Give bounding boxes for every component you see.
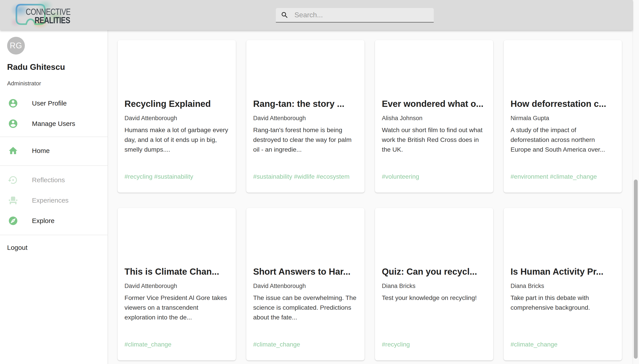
card-description: The issue can be overwhelming. The scien… [253, 293, 358, 322]
card-tags[interactable]: #volunteering [382, 173, 489, 180]
compass-icon [8, 216, 18, 226]
card-media-placeholder [253, 208, 358, 261]
logo-text-realities: REALITIES [35, 15, 70, 25]
card-title: Quiz: Can you recycl... [382, 266, 486, 277]
search-input[interactable] [294, 8, 434, 22]
card-description: Former Vice President Al Gore takes view… [124, 293, 229, 322]
card-author: David Attenborough [253, 114, 358, 122]
sidebar-item-manage-users[interactable]: Manage Users [0, 114, 108, 134]
content-card[interactable]: Quiz: Can you recycl... Diana Bricks Tes… [375, 208, 493, 360]
card-tags[interactable]: #climate_change [124, 341, 231, 348]
card-description: Rang-tan's forest home is being destroye… [253, 125, 358, 154]
app-window: CONNECTIVE REALITIES RG Radu Ghitescu Ad… [0, 0, 639, 364]
card-media-placeholder [124, 208, 229, 261]
user-role: Administrator [7, 80, 108, 87]
card-title: Is Human Activity Pr... [511, 266, 615, 277]
card-author: Nirmala Gupta [511, 114, 615, 122]
card-author: Diana Bricks [511, 282, 615, 290]
sidebar-item-explore[interactable]: Explore [0, 210, 108, 231]
vertical-scrollbar[interactable] [632, 0, 639, 364]
card-media-placeholder [382, 208, 486, 261]
sidebar-item-label: Home [32, 147, 50, 154]
sidebar-item-user-profile[interactable]: User Profile [0, 93, 108, 114]
sidebar-divider [0, 235, 108, 235]
card-tags[interactable]: #environment #climate_change [511, 173, 617, 180]
card-description: Test your knowledge on recycling! [382, 293, 486, 302]
body-row: RG Radu Ghitescu Administrator User Prof… [0, 30, 632, 364]
card-tags[interactable]: #climate_change [511, 341, 617, 348]
app-header: CONNECTIVE REALITIES [0, 0, 632, 30]
search-bar[interactable] [276, 8, 434, 22]
content-card[interactable]: Rang-tan: the story ... David Attenborou… [246, 40, 365, 193]
search-icon [281, 11, 289, 19]
sidebar-item-label: Experiences [32, 197, 69, 204]
cards-grid: Recycling Explained David Attenborough H… [118, 40, 623, 360]
card-author: David Attenborough [124, 114, 229, 122]
card-description: Humans make a lot of garbage every day, … [124, 125, 229, 154]
card-description: Watch our short film to find out what wo… [382, 125, 486, 154]
card-media-placeholder [511, 40, 615, 93]
card-title: Short Answers to Har... [253, 266, 358, 277]
content-card[interactable]: Short Answers to Har... David Attenborou… [246, 208, 365, 360]
sidebar-item-label: User Profile [32, 100, 67, 107]
sidebar-item-label: Explore [32, 217, 55, 224]
person-icon [8, 98, 18, 108]
card-description: A study of the impact of deforrestation … [511, 125, 615, 154]
card-title: This is Climate Chan... [124, 266, 229, 277]
card-tags[interactable]: #recycling #sustainability [124, 173, 231, 180]
avatar-initials: RG [10, 41, 22, 50]
history-icon [8, 175, 18, 185]
content-card[interactable]: Ever wondered what o... Alisha Johnson W… [375, 40, 493, 193]
sidebar-item-experiences[interactable]: Experiences [0, 190, 108, 210]
sidebar-item-label: Manage Users [32, 120, 75, 128]
sidebar-item-label: Reflections [32, 176, 65, 184]
card-tags[interactable]: #climate_change [253, 341, 360, 348]
card-title: Ever wondered what o... [382, 99, 486, 109]
card-title: Rang-tan: the story ... [253, 99, 358, 109]
sidebar-item-reflections[interactable]: Reflections [0, 170, 108, 190]
card-title: Recycling Explained [124, 99, 229, 109]
home-icon [8, 146, 18, 156]
content-card[interactable]: This is Climate Chan... David Attenborou… [118, 208, 236, 360]
card-media-placeholder [124, 40, 229, 93]
main-column: CONNECTIVE REALITIES RG Radu Ghitescu Ad… [0, 0, 632, 364]
card-author: David Attenborough [124, 282, 229, 290]
card-tags[interactable]: #sustainability #widlife #ecosystem [253, 173, 360, 180]
card-media-placeholder [253, 40, 358, 93]
sidebar-divider [0, 136, 108, 137]
content-card[interactable]: Recycling Explained David Attenborough H… [118, 40, 236, 193]
scrollbar-thumb[interactable] [634, 180, 638, 359]
person-icon [8, 118, 18, 129]
avatar: RG [7, 37, 25, 54]
app-logo[interactable]: CONNECTIVE REALITIES [12, 1, 80, 30]
logout-button[interactable]: Logout [7, 242, 28, 254]
user-name: Radu Ghitescu [7, 62, 108, 72]
sidebar-item-home[interactable]: Home [0, 140, 108, 161]
sidebar-nav: User Profile Manage Users Home [0, 93, 108, 235]
card-title: How deforrestation c... [511, 99, 615, 109]
card-media-placeholder [382, 40, 486, 93]
sidebar: RG Radu Ghitescu Administrator User Prof… [0, 30, 108, 364]
card-author: Diana Bricks [382, 282, 486, 290]
content-card[interactable]: Is Human Activity Pr... Diana Bricks Tak… [504, 208, 622, 360]
card-media-placeholder [511, 208, 615, 261]
card-author: David Attenborough [253, 282, 358, 290]
card-tags[interactable]: #recycling [382, 341, 489, 348]
content-card[interactable]: How deforrestation c... Nirmala Gupta A … [504, 40, 622, 193]
content-area: Recycling Explained David Attenborough H… [108, 30, 632, 364]
card-description: Take part in this debate with comprehens… [511, 293, 615, 312]
card-author: Alisha Johnson [382, 114, 486, 122]
sidebar-divider [0, 165, 108, 166]
seat-icon [8, 195, 18, 206]
